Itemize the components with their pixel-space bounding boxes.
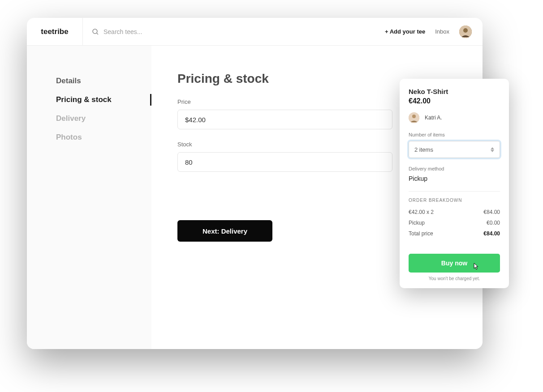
checkout-card: Neko T-Shirt €42.00 Katri A. Number of i… <box>400 79 509 288</box>
line-value: €84.00 <box>483 209 500 215</box>
sidebar-item-delivery[interactable]: Delivery <box>27 109 151 128</box>
logo[interactable]: teetribe <box>41 27 68 36</box>
seller-row: Katri A. <box>409 112 500 123</box>
sidebar-item-details[interactable]: Details <box>27 72 151 90</box>
breakdown-line: €42.00 x 2 €84.00 <box>409 209 500 215</box>
sidebar-item-label: Photos <box>56 133 82 142</box>
order-breakdown-heading: ORDER BREAKDOWN <box>409 198 500 203</box>
stock-input[interactable] <box>177 152 392 172</box>
quantity-value: 2 items <box>414 146 433 153</box>
price-input[interactable] <box>177 110 392 129</box>
sidebar-item-pricing[interactable]: Pricing & stock <box>27 90 151 109</box>
items-label: Number of items <box>409 132 500 137</box>
sidebar-item-label: Details <box>56 77 81 85</box>
top-actions: + Add your tee Inbox <box>385 26 472 38</box>
next-delivery-button[interactable]: Next: Delivery <box>177 220 272 242</box>
user-avatar[interactable] <box>459 26 472 38</box>
seller-name: Katri A. <box>425 115 442 121</box>
divider <box>409 191 500 192</box>
delivery-value: Pickup <box>409 175 500 182</box>
line-label: Pickup <box>409 220 425 226</box>
svg-point-3 <box>463 28 468 33</box>
svg-line-1 <box>97 33 98 34</box>
svg-point-0 <box>93 29 97 34</box>
sidebar-item-photos[interactable]: Photos <box>27 128 151 147</box>
line-value: €0.00 <box>487 220 500 226</box>
charge-note: You won't be charged yet. <box>409 276 500 281</box>
search-input[interactable] <box>103 28 193 35</box>
total-label: Total price <box>409 230 433 237</box>
delivery-label: Delivery method <box>409 166 500 171</box>
add-your-tee-link[interactable]: + Add your tee <box>385 28 425 35</box>
total-value: €84.00 <box>483 230 500 237</box>
breakdown-line: Pickup €0.00 <box>409 220 500 226</box>
search-area[interactable] <box>83 28 385 35</box>
logo-cell: teetribe <box>27 18 83 45</box>
svg-point-5 <box>412 115 416 118</box>
inbox-link[interactable]: Inbox <box>435 28 449 35</box>
topbar: teetribe + Add your tee Inbox <box>27 18 483 46</box>
seller-avatar[interactable] <box>409 112 419 123</box>
quantity-select[interactable]: 2 items <box>409 141 500 158</box>
sidebar: Details Pricing & stock Delivery Photos <box>27 46 151 349</box>
product-price: €42.00 <box>409 97 500 105</box>
sidebar-item-label: Pricing & stock <box>56 95 112 104</box>
sidebar-item-label: Delivery <box>56 114 86 123</box>
product-name: Neko T-Shirt <box>409 88 500 95</box>
search-icon <box>92 28 99 35</box>
breakdown-total: Total price €84.00 <box>409 230 500 237</box>
line-label: €42.00 x 2 <box>409 209 434 215</box>
stepper-icon <box>491 147 494 152</box>
buy-now-button[interactable]: Buy now <box>409 254 500 273</box>
